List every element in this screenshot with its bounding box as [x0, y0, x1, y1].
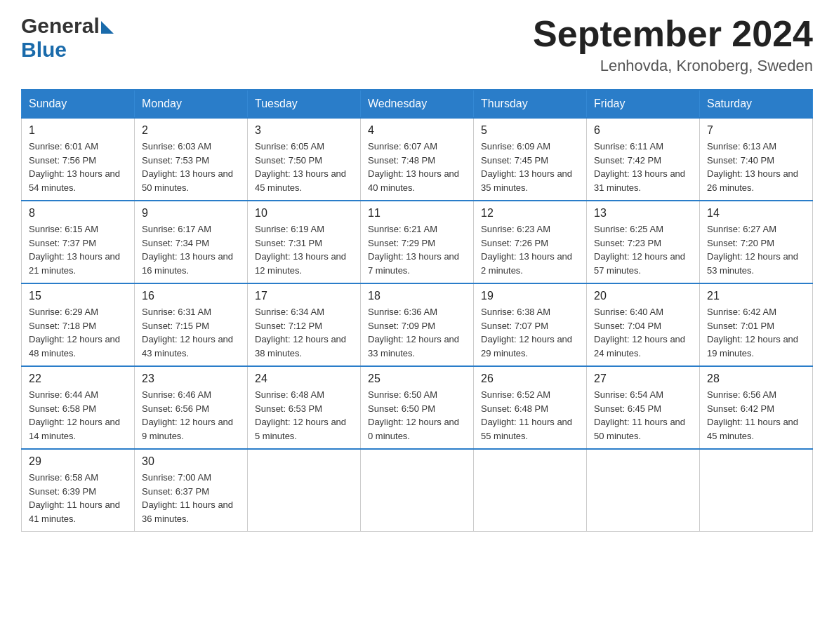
day-number: 20	[594, 290, 692, 302]
header-tuesday: Tuesday	[248, 90, 361, 118]
calendar-cell: 15 Sunrise: 6:29 AM Sunset: 7:18 PM Dayl…	[22, 283, 135, 366]
day-number: 23	[142, 373, 240, 385]
calendar-cell: 26 Sunrise: 6:52 AM Sunset: 6:48 PM Dayl…	[474, 366, 587, 449]
calendar-cell: 12 Sunrise: 6:23 AM Sunset: 7:26 PM Dayl…	[474, 201, 587, 283]
calendar-cell: 1 Sunrise: 6:01 AM Sunset: 7:56 PM Dayli…	[22, 118, 135, 201]
day-number: 30	[142, 455, 240, 468]
month-title: September 2024	[533, 14, 813, 54]
day-info: Sunrise: 6:17 AM Sunset: 7:34 PM Dayligh…	[142, 222, 240, 277]
day-info: Sunrise: 6:05 AM Sunset: 7:50 PM Dayligh…	[255, 140, 353, 194]
calendar-week-3: 15 Sunrise: 6:29 AM Sunset: 7:18 PM Dayl…	[22, 283, 813, 366]
day-number: 19	[481, 290, 579, 302]
day-info: Sunrise: 6:15 AM Sunset: 7:37 PM Dayligh…	[29, 222, 127, 277]
day-info: Sunrise: 6:34 AM Sunset: 7:12 PM Dayligh…	[255, 305, 353, 360]
day-info: Sunrise: 6:44 AM Sunset: 6:58 PM Dayligh…	[29, 388, 127, 443]
calendar-cell: 22 Sunrise: 6:44 AM Sunset: 6:58 PM Dayl…	[22, 366, 135, 449]
calendar-week-5: 29 Sunrise: 6:58 AM Sunset: 6:39 PM Dayl…	[22, 449, 813, 532]
day-info: Sunrise: 6:09 AM Sunset: 7:45 PM Dayligh…	[481, 140, 579, 194]
day-number: 26	[481, 373, 579, 385]
day-number: 2	[142, 124, 240, 137]
calendar-cell: 24 Sunrise: 6:48 AM Sunset: 6:53 PM Dayl…	[248, 366, 361, 449]
title-area: September 2024 Lenhovda, Kronoberg, Swed…	[533, 14, 813, 75]
day-info: Sunrise: 6:31 AM Sunset: 7:15 PM Dayligh…	[142, 305, 240, 360]
calendar-cell: 7 Sunrise: 6:13 AM Sunset: 7:40 PM Dayli…	[700, 118, 813, 201]
header-row: Sunday Monday Tuesday Wednesday Thursday…	[22, 90, 813, 118]
day-number: 13	[594, 207, 692, 220]
calendar-cell: 27 Sunrise: 6:54 AM Sunset: 6:45 PM Dayl…	[587, 366, 700, 449]
day-info: Sunrise: 7:00 AM Sunset: 6:37 PM Dayligh…	[142, 471, 240, 525]
day-info: Sunrise: 6:23 AM Sunset: 7:26 PM Dayligh…	[481, 222, 579, 277]
calendar-cell	[361, 449, 474, 532]
calendar-cell: 8 Sunrise: 6:15 AM Sunset: 7:37 PM Dayli…	[22, 201, 135, 283]
day-info: Sunrise: 6:29 AM Sunset: 7:18 PM Dayligh…	[29, 305, 127, 360]
header-monday: Monday	[135, 90, 248, 118]
day-number: 29	[29, 455, 127, 468]
calendar-cell: 13 Sunrise: 6:25 AM Sunset: 7:23 PM Dayl…	[587, 201, 700, 283]
day-number: 6	[594, 124, 692, 137]
header-saturday: Saturday	[700, 90, 813, 118]
logo-arrow-icon	[101, 21, 114, 34]
calendar-cell: 29 Sunrise: 6:58 AM Sunset: 6:39 PM Dayl…	[22, 449, 135, 532]
day-info: Sunrise: 6:46 AM Sunset: 6:56 PM Dayligh…	[142, 388, 240, 443]
calendar-cell: 9 Sunrise: 6:17 AM Sunset: 7:34 PM Dayli…	[135, 201, 248, 283]
day-number: 7	[707, 124, 805, 137]
calendar-cell: 23 Sunrise: 6:46 AM Sunset: 6:56 PM Dayl…	[135, 366, 248, 449]
day-info: Sunrise: 6:11 AM Sunset: 7:42 PM Dayligh…	[594, 140, 692, 194]
calendar-cell: 20 Sunrise: 6:40 AM Sunset: 7:04 PM Dayl…	[587, 283, 700, 366]
calendar-week-4: 22 Sunrise: 6:44 AM Sunset: 6:58 PM Dayl…	[22, 366, 813, 449]
calendar-cell	[700, 449, 813, 532]
day-info: Sunrise: 6:42 AM Sunset: 7:01 PM Dayligh…	[707, 305, 805, 360]
day-number: 11	[368, 207, 466, 220]
calendar-cell: 19 Sunrise: 6:38 AM Sunset: 7:07 PM Dayl…	[474, 283, 587, 366]
calendar-cell: 28 Sunrise: 6:56 AM Sunset: 6:42 PM Dayl…	[700, 366, 813, 449]
day-number: 15	[29, 290, 127, 302]
day-number: 18	[368, 290, 466, 302]
day-number: 10	[255, 207, 353, 220]
day-info: Sunrise: 6:36 AM Sunset: 7:09 PM Dayligh…	[368, 305, 466, 360]
day-info: Sunrise: 6:07 AM Sunset: 7:48 PM Dayligh…	[368, 140, 466, 194]
calendar-cell	[248, 449, 361, 532]
calendar-cell: 3 Sunrise: 6:05 AM Sunset: 7:50 PM Dayli…	[248, 118, 361, 201]
calendar-cell: 11 Sunrise: 6:21 AM Sunset: 7:29 PM Dayl…	[361, 201, 474, 283]
day-info: Sunrise: 6:01 AM Sunset: 7:56 PM Dayligh…	[29, 140, 127, 194]
day-number: 14	[707, 207, 805, 220]
logo-general-text: General	[21, 14, 100, 38]
calendar-cell	[587, 449, 700, 532]
calendar-cell: 25 Sunrise: 6:50 AM Sunset: 6:50 PM Dayl…	[361, 366, 474, 449]
logo: General Blue	[21, 14, 114, 62]
day-info: Sunrise: 6:52 AM Sunset: 6:48 PM Dayligh…	[481, 388, 579, 443]
day-number: 9	[142, 207, 240, 220]
day-info: Sunrise: 6:13 AM Sunset: 7:40 PM Dayligh…	[707, 140, 805, 194]
day-info: Sunrise: 6:56 AM Sunset: 6:42 PM Dayligh…	[707, 388, 805, 443]
day-info: Sunrise: 6:54 AM Sunset: 6:45 PM Dayligh…	[594, 388, 692, 443]
calendar-cell: 17 Sunrise: 6:34 AM Sunset: 7:12 PM Dayl…	[248, 283, 361, 366]
calendar-cell: 2 Sunrise: 6:03 AM Sunset: 7:53 PM Dayli…	[135, 118, 248, 201]
calendar-week-1: 1 Sunrise: 6:01 AM Sunset: 7:56 PM Dayli…	[22, 118, 813, 201]
calendar-cell: 30 Sunrise: 7:00 AM Sunset: 6:37 PM Dayl…	[135, 449, 248, 532]
calendar-cell: 14 Sunrise: 6:27 AM Sunset: 7:20 PM Dayl…	[700, 201, 813, 283]
day-info: Sunrise: 6:40 AM Sunset: 7:04 PM Dayligh…	[594, 305, 692, 360]
day-info: Sunrise: 6:48 AM Sunset: 6:53 PM Dayligh…	[255, 388, 353, 443]
day-number: 8	[29, 207, 127, 220]
calendar-week-2: 8 Sunrise: 6:15 AM Sunset: 7:37 PM Dayli…	[22, 201, 813, 283]
calendar-cell: 4 Sunrise: 6:07 AM Sunset: 7:48 PM Dayli…	[361, 118, 474, 201]
day-number: 27	[594, 373, 692, 385]
day-number: 5	[481, 124, 579, 137]
header-wednesday: Wednesday	[361, 90, 474, 118]
header-thursday: Thursday	[474, 90, 587, 118]
header-sunday: Sunday	[22, 90, 135, 118]
header-friday: Friday	[587, 90, 700, 118]
day-number: 17	[255, 290, 353, 302]
day-number: 1	[29, 124, 127, 137]
calendar-cell: 18 Sunrise: 6:36 AM Sunset: 7:09 PM Dayl…	[361, 283, 474, 366]
day-number: 28	[707, 373, 805, 385]
day-number: 21	[707, 290, 805, 302]
calendar-table: Sunday Monday Tuesday Wednesday Thursday…	[21, 89, 813, 532]
calendar-cell: 21 Sunrise: 6:42 AM Sunset: 7:01 PM Dayl…	[700, 283, 813, 366]
day-info: Sunrise: 6:19 AM Sunset: 7:31 PM Dayligh…	[255, 222, 353, 277]
day-info: Sunrise: 6:50 AM Sunset: 6:50 PM Dayligh…	[368, 388, 466, 443]
calendar-cell	[474, 449, 587, 532]
logo-blue-text: Blue	[21, 38, 67, 61]
day-number: 22	[29, 373, 127, 385]
day-number: 25	[368, 373, 466, 385]
